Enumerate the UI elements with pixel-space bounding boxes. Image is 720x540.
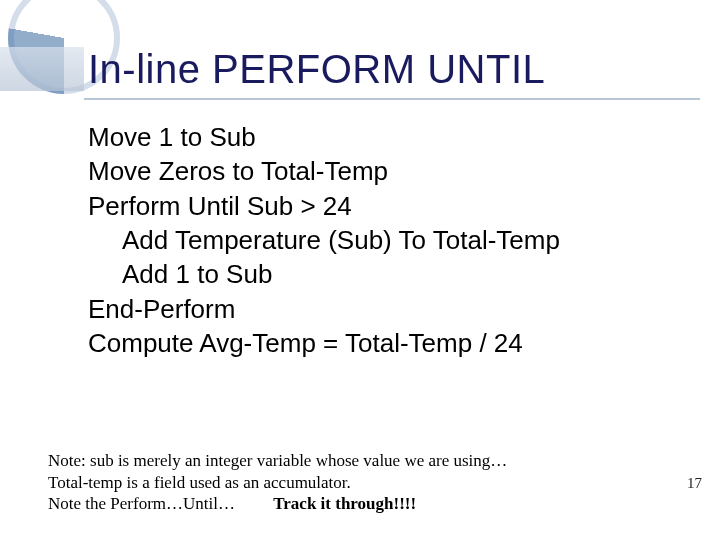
note-line: Note the Perform…Until… Track it through… xyxy=(48,493,660,514)
footnote: Note: sub is merely an integer variable … xyxy=(48,450,660,514)
code-block: Move 1 to Sub Move Zeros to Total-Temp P… xyxy=(88,120,680,360)
code-line: Move 1 to Sub xyxy=(88,120,680,154)
code-line: End-Perform xyxy=(88,292,680,326)
note-line: Note: sub is merely an integer variable … xyxy=(48,450,660,471)
code-line: Add 1 to Sub xyxy=(88,257,680,291)
code-line: Compute Avg-Temp = Total-Temp / 24 xyxy=(88,326,680,360)
slide-title: In-line PERFORM UNTIL xyxy=(88,47,545,92)
note-text: Note the Perform…Until… xyxy=(48,494,273,513)
code-line: Move Zeros to Total-Temp xyxy=(88,154,680,188)
title-stripe xyxy=(0,47,84,91)
title-underline xyxy=(84,98,700,100)
slide: In-line PERFORM UNTIL Move 1 to Sub Move… xyxy=(0,0,720,540)
title-bar: In-line PERFORM UNTIL xyxy=(0,38,720,100)
code-line: Perform Until Sub > 24 xyxy=(88,189,680,223)
note-emphasis: Track it through!!!! xyxy=(273,494,416,513)
page-number: 17 xyxy=(687,475,702,492)
note-line: Total-temp is a field used as an accumul… xyxy=(48,472,660,493)
code-line: Add Temperature (Sub) To Total-Temp xyxy=(88,223,680,257)
